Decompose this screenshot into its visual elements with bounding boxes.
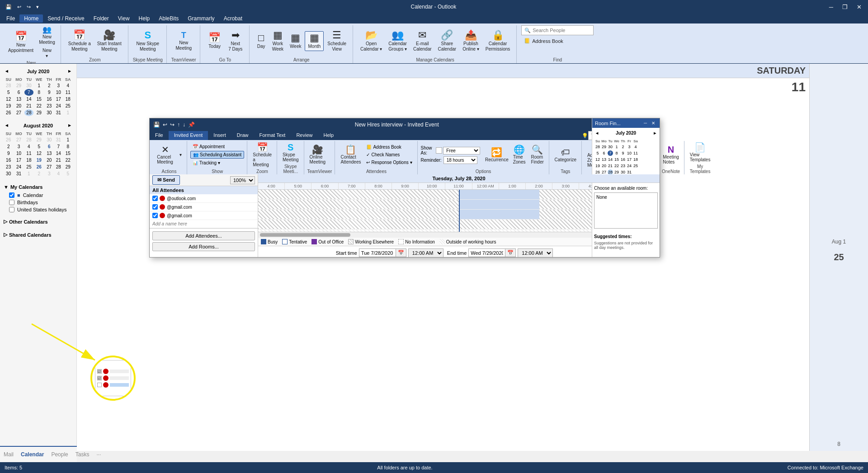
- cal-day[interactable]: 23: [4, 164, 13, 170]
- reminder-select[interactable]: 18 hours 15 minutes 30 minutes 1 hour: [443, 156, 477, 164]
- cal-day[interactable]: 13: [13, 96, 24, 103]
- start-date[interactable]: [359, 249, 396, 257]
- start-instant-btn[interactable]: 🎥 Start InstantMeeting: [94, 29, 124, 53]
- month-btn[interactable]: ▦ Month: [305, 31, 324, 51]
- cal-day[interactable]: 1: [33, 82, 44, 89]
- attendee-2-checkbox[interactable]: [152, 204, 158, 210]
- cal-day[interactable]: 30: [44, 109, 54, 116]
- show-as-select[interactable]: Free Busy Tentative Out of Office: [443, 147, 480, 155]
- cal-day[interactable]: 24: [13, 164, 24, 170]
- appointment-sm-btn[interactable]: 📅 Appointment: [190, 143, 244, 150]
- modal-tab-file[interactable]: File: [150, 131, 169, 140]
- new-skype-btn[interactable]: S New SkypeMeeting: [133, 29, 162, 53]
- cal-day[interactable]: 4: [24, 143, 34, 150]
- publish-online-btn[interactable]: 📤 PublishOnline ▾: [460, 29, 482, 53]
- end-date-cal-icon[interactable]: 📅: [505, 249, 515, 257]
- cal-day[interactable]: 10: [13, 150, 24, 157]
- cal-day[interactable]: 15: [33, 96, 44, 103]
- aug-next-month-btn[interactable]: ▸: [66, 122, 73, 129]
- menu-help[interactable]: Help: [134, 14, 155, 23]
- cal-day[interactable]: 28: [54, 164, 63, 170]
- cal-day[interactable]: 14: [54, 150, 63, 157]
- cal-day[interactable]: 5: [33, 143, 44, 150]
- cal-day[interactable]: 26: [4, 136, 13, 143]
- cal-day[interactable]: 12: [4, 96, 13, 103]
- cal-day[interactable]: 29: [13, 82, 24, 89]
- tracking-btn[interactable]: 📊 Tracking ▾: [190, 159, 244, 166]
- menu-acrobat[interactable]: Acrobat: [219, 14, 247, 23]
- attendee-3-checkbox[interactable]: [152, 213, 158, 218]
- nav-more[interactable]: ···: [96, 451, 101, 458]
- new-appointment-btn[interactable]: 📅 NewAppointment: [5, 30, 36, 55]
- cal-day[interactable]: 30: [24, 82, 34, 89]
- menu-grammarly[interactable]: Grammarly: [183, 14, 219, 23]
- modal-tab-insert[interactable]: Insert: [208, 131, 231, 140]
- cal-day[interactable]: 12: [33, 150, 44, 157]
- cal-day[interactable]: 3: [54, 82, 63, 89]
- next-month-btn[interactable]: ▸: [66, 67, 73, 75]
- calendar-calendar-item[interactable]: ■ Calendar: [4, 192, 73, 199]
- actions-dropdown-btn[interactable]: ▾: [177, 151, 184, 158]
- calendar-checkbox[interactable]: [9, 192, 14, 198]
- cal-day[interactable]: 4: [63, 82, 73, 89]
- cal-day[interactable]: 1: [63, 136, 73, 143]
- new-items-btn[interactable]: New▾: [37, 47, 57, 60]
- cal-day[interactable]: 27: [13, 136, 24, 143]
- redo-quick-btn[interactable]: ↪: [25, 3, 33, 11]
- cal-day[interactable]: 20: [13, 103, 24, 109]
- menu-send-receive[interactable]: Send / Receive: [43, 14, 89, 23]
- cal-day[interactable]: 11: [63, 89, 73, 96]
- cal-day[interactable]: 6: [44, 143, 54, 150]
- cal-day[interactable]: 21: [24, 103, 34, 109]
- view-templates-btn[interactable]: 📄 ViewTemplates: [688, 142, 713, 163]
- nav-tasks[interactable]: Tasks: [75, 451, 90, 458]
- cal-day-selected[interactable]: 28: [24, 109, 34, 116]
- cal-day[interactable]: 17: [13, 157, 24, 164]
- time-zones-btn[interactable]: 🌐 TimeZones: [511, 144, 528, 165]
- cal-day[interactable]: 28: [24, 136, 34, 143]
- cal-day[interactable]: 25: [63, 103, 73, 109]
- cal-day[interactable]: 23: [44, 103, 54, 109]
- cal-day[interactable]: 9: [44, 89, 54, 96]
- cal-day[interactable]: 27: [13, 109, 24, 116]
- start-date-cal-icon[interactable]: 📅: [396, 249, 406, 257]
- calendar-groups-btn[interactable]: 👥 CalendarGroups ▾: [386, 29, 410, 53]
- cal-day[interactable]: 31: [54, 136, 63, 143]
- online-meeting-btn[interactable]: 🎥 OnlineMeeting: [307, 144, 328, 165]
- nav-mail[interactable]: Mail: [4, 451, 14, 458]
- next7-btn[interactable]: ➡ Next7 Days: [226, 29, 245, 53]
- add-attendees-btn[interactable]: Add Attendees...: [152, 231, 255, 240]
- end-date[interactable]: [469, 249, 505, 257]
- cal-day[interactable]: 25: [24, 164, 34, 170]
- end-date-input[interactable]: 📅: [468, 248, 516, 257]
- aug-prev-month-btn[interactable]: ◂: [4, 122, 10, 129]
- cal-day[interactable]: 2: [33, 170, 44, 177]
- send-btn[interactable]: ✉ Send: [152, 175, 180, 185]
- teamviewer-meeting-btn[interactable]: T NewMeeting: [173, 30, 194, 52]
- menu-file[interactable]: File: [2, 14, 19, 23]
- cal-day[interactable]: 2: [4, 143, 13, 150]
- us-holidays-item[interactable]: United States holidays: [4, 206, 73, 213]
- scheduling-assistant-btn[interactable]: 👥 Scheduling Assistant: [190, 151, 244, 159]
- end-time-select[interactable]: 12:00 AM: [518, 248, 553, 258]
- add-attendee-row[interactable]: [150, 220, 258, 228]
- cal-day[interactable]: 3: [44, 170, 54, 177]
- save-quick-btn[interactable]: 💾: [4, 3, 14, 11]
- zoom-select[interactable]: 100% 75% 150%: [230, 176, 255, 184]
- attendee-1-checkbox[interactable]: [152, 196, 158, 201]
- menu-home[interactable]: Home: [19, 14, 43, 23]
- menu-view[interactable]: View: [113, 14, 134, 23]
- cal-day[interactable]: 30: [4, 170, 13, 177]
- modal-tab-draw[interactable]: Draw: [231, 131, 254, 140]
- schedule-view-btn[interactable]: ☰ ScheduleView: [325, 29, 349, 53]
- today-btn[interactable]: 📅 Today: [205, 32, 225, 51]
- modal-schedule-meeting-btn[interactable]: 📅 Schedulea Meeting: [250, 142, 274, 168]
- cal-day[interactable]: 5: [63, 170, 73, 177]
- share-calendar-btn[interactable]: 🔗 ShareCalendar: [435, 29, 459, 53]
- other-calendars-header[interactable]: ▷ Other Calendars: [4, 217, 73, 226]
- modal-tab-review[interactable]: Review: [291, 131, 318, 140]
- cal-day[interactable]: 17: [54, 96, 63, 103]
- my-calendars-header[interactable]: ▼ My Calendars: [4, 183, 73, 192]
- shared-calendars-header[interactable]: ▷ Shared Calendars: [4, 230, 73, 239]
- cal-day[interactable]: 9: [4, 150, 13, 157]
